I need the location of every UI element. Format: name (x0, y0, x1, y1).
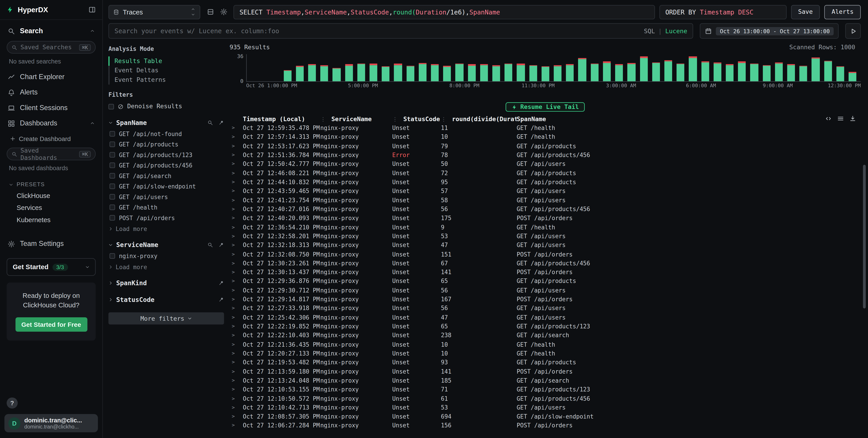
histogram-bar[interactable] (333, 56, 345, 81)
select-clause-input[interactable]: SELECT Timestamp,ServiceName,StatusCode,… (234, 5, 655, 19)
filter-option[interactable]: GET /api/products (108, 141, 224, 147)
column-settings-icon[interactable] (837, 115, 844, 122)
sidebar-item-search[interactable]: Search (0, 23, 102, 39)
checkbox[interactable] (110, 205, 115, 210)
histogram-bar[interactable] (259, 56, 271, 81)
table-row[interactable]: >Oct 27 12:10:53.155 PMnginx-proxyUnset7… (229, 385, 861, 394)
table-row[interactable]: >Oct 27 12:46:08.221 PMnginx-proxyUnset7… (229, 168, 861, 177)
table-row[interactable]: >Oct 27 12:40:20.093 PMnginx-proxyUnset1… (229, 213, 861, 223)
order-by-input[interactable]: ORDER BY Timestamp DESC (659, 5, 786, 19)
histogram-bar[interactable] (812, 56, 824, 81)
sidebar-item-team-settings[interactable]: Team Settings (0, 236, 102, 251)
filter-option[interactable]: GET /api/not-found (108, 130, 224, 137)
checkbox[interactable] (108, 104, 114, 109)
histogram-bar[interactable] (541, 56, 554, 81)
expand-row-icon[interactable]: > (232, 423, 243, 428)
histogram-bar[interactable] (345, 56, 357, 81)
download-icon[interactable] (849, 115, 857, 122)
code-view-icon[interactable] (825, 115, 832, 122)
table-row[interactable]: >Oct 27 12:32:08.750 PMnginx-proxyUnset1… (229, 249, 861, 259)
table-row[interactable]: >Oct 27 12:57:14.313 PMnginx-proxyUnset1… (229, 132, 861, 141)
histogram-bar[interactable] (750, 56, 763, 81)
expand-row-icon[interactable]: > (232, 360, 243, 365)
expand-row-icon[interactable]: > (232, 179, 243, 184)
table-row[interactable]: >Oct 27 12:21:36.435 PMnginx-proxyUnset1… (229, 340, 861, 349)
histogram-bar[interactable] (652, 56, 664, 81)
table-row[interactable]: >Oct 27 12:43:59.465 PMnginx-proxyUnset5… (229, 187, 861, 196)
load-more-spanname[interactable]: Load more (108, 226, 224, 232)
expand-row-icon[interactable]: > (232, 206, 243, 211)
event-search-input[interactable]: Search your events w/ Lucene ex. column:… (108, 23, 693, 39)
filter-option[interactable]: GET /api/products/456 (108, 162, 224, 169)
expand-row-icon[interactable]: > (232, 251, 243, 257)
get-started-for-free-button[interactable]: Get Started for Free (15, 317, 87, 332)
table-row[interactable]: >Oct 27 12:19:53.482 PMnginx-proxyUnset9… (229, 358, 861, 367)
expand-row-icon[interactable]: > (232, 188, 243, 194)
search-icon[interactable] (207, 120, 213, 126)
expand-row-icon[interactable]: > (232, 296, 243, 302)
histogram-bar[interactable] (787, 56, 800, 81)
checkbox[interactable] (110, 131, 115, 136)
histogram-bar[interactable] (664, 56, 677, 81)
table-row[interactable]: >Oct 27 12:36:54.210 PMnginx-proxyUnset9… (229, 223, 861, 231)
histogram-bar[interactable] (738, 56, 750, 81)
histogram-bar[interactable] (554, 56, 566, 81)
checkbox[interactable] (110, 253, 115, 259)
expand-row-icon[interactable]: > (232, 134, 243, 139)
filter-option[interactable]: GET /api/users (108, 194, 224, 200)
checkbox[interactable] (110, 163, 115, 168)
expand-row-icon[interactable]: > (232, 413, 243, 419)
histogram-bar[interactable] (726, 56, 738, 81)
expand-row-icon[interactable]: > (232, 215, 243, 221)
histogram-bar[interactable] (296, 56, 308, 81)
filter-option[interactable]: GET /health (108, 204, 224, 211)
resume-live-tail-button[interactable]: Resume Live Tail (505, 102, 585, 112)
preset-kubernetes[interactable]: Kubernetes (0, 214, 102, 226)
column-header-timestamp[interactable]: Timestamp (Local) (243, 115, 320, 123)
table-row[interactable]: >Oct 27 12:59:35.478 PMnginx-proxyUnset1… (229, 123, 861, 132)
table-row[interactable]: >Oct 27 12:27:33.918 PMnginx-proxyUnset5… (229, 304, 861, 312)
histogram-bar[interactable] (848, 56, 861, 81)
histogram-bar[interactable] (247, 56, 259, 81)
save-button[interactable]: Save (791, 5, 820, 19)
histogram-bar[interactable] (431, 56, 443, 81)
table-row[interactable]: >Oct 27 12:13:59.180 PMnginx-proxyUnset1… (229, 367, 861, 376)
filter-option[interactable]: POST /api/orders (108, 214, 224, 221)
mode-lucene[interactable]: Lucene (665, 27, 687, 35)
expand-row-icon[interactable]: > (232, 152, 243, 158)
filter-group-spanname[interactable]: SpanName (108, 119, 224, 127)
sidebar-item-client-sessions[interactable]: Client Sessions (0, 100, 102, 115)
more-filters-button[interactable]: More filters (108, 312, 224, 325)
preset-services[interactable]: Services (0, 202, 102, 214)
expand-row-icon[interactable]: > (232, 143, 243, 148)
expand-row-icon[interactable]: > (232, 197, 243, 202)
histogram-bar[interactable] (517, 56, 529, 81)
pin-icon[interactable] (218, 280, 224, 286)
histogram-bar[interactable] (640, 56, 652, 81)
table-row[interactable]: >Oct 27 12:51:36.784 PMnginx-proxyError7… (229, 150, 861, 159)
create-dashboard-button[interactable]: Create Dashboard (0, 131, 102, 145)
filter-option[interactable]: GET /api/slow-endpoint (108, 183, 224, 190)
histogram-bar[interactable] (357, 56, 370, 81)
pin-icon[interactable] (218, 297, 224, 302)
histogram-bar[interactable] (504, 56, 517, 81)
saved-dashboards-input[interactable]: Saved Dashboards ⌘K (6, 147, 96, 160)
table-row[interactable]: >Oct 27 12:41:23.754 PMnginx-proxyUnset5… (229, 196, 861, 205)
expand-row-icon[interactable]: > (232, 269, 243, 275)
filter-option[interactable]: GET /api/search (108, 172, 224, 179)
histogram-bar[interactable] (529, 56, 541, 81)
search-icon[interactable] (207, 242, 213, 247)
expand-row-icon[interactable]: > (232, 314, 243, 320)
date-range-picker[interactable]: Oct 26 13:00:00 - Oct 27 13:00:00 (700, 23, 839, 39)
saved-searches-input[interactable]: Saved Searches ⌘K (6, 41, 96, 54)
analysis-mode-event-deltas[interactable]: Event Deltas (108, 66, 224, 75)
sidebar-item-chart-explorer[interactable]: Chart Explorer (0, 69, 102, 85)
presets-toggle[interactable]: PRESETS (0, 176, 102, 190)
histogram-bar[interactable] (627, 56, 640, 81)
table-row[interactable]: >Oct 27 12:30:13.437 PMnginx-proxyUnset1… (229, 268, 861, 277)
table-row[interactable]: >Oct 27 12:20:27.133 PMnginx-proxyUnset1… (229, 349, 861, 358)
expand-row-icon[interactable]: > (232, 396, 243, 401)
expand-row-icon[interactable]: > (232, 287, 243, 293)
get-started-card[interactable]: Get Started 3/3 (6, 258, 96, 276)
expand-row-icon[interactable]: > (232, 242, 243, 248)
